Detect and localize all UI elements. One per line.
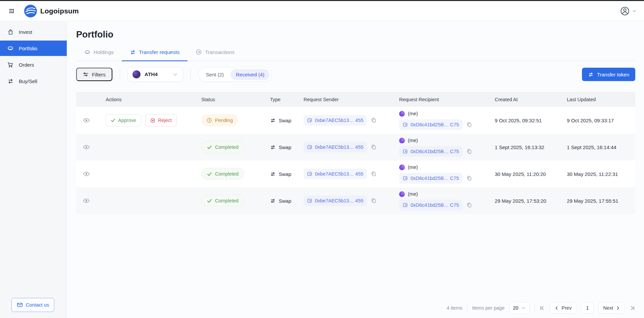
copy-icon[interactable]: [371, 144, 376, 150]
copy-icon[interactable]: [467, 176, 472, 181]
sidebar: Invest Portfolio Orders Buy/Sell: [0, 21, 67, 318]
sender-address-chip[interactable]: 0xbe7AEC5b13… 455: [304, 195, 367, 206]
swap-type-icon: [270, 118, 276, 123]
status-label: Completed: [215, 198, 238, 203]
divider: [191, 69, 191, 80]
view-details-eye-icon[interactable]: [83, 118, 90, 123]
created-at: 29 May 2025, 17:53:20: [490, 198, 562, 204]
token-select[interactable]: ATH4: [127, 67, 183, 82]
check-icon: [207, 199, 212, 203]
column-request-sender: Request Sender: [299, 97, 394, 102]
status-label: Completed: [215, 144, 238, 150]
sidebar-item-buy-sell[interactable]: Buy/Sell: [0, 73, 67, 89]
recipient-address-chip[interactable]: 0xD6c41bd25B… C75: [399, 173, 463, 184]
copy-icon[interactable]: [371, 171, 376, 177]
tab-transfer-requests[interactable]: Transfer requests: [122, 45, 187, 61]
first-page-icon[interactable]: [539, 305, 545, 311]
sidebar-collapse-icon[interactable]: [7, 6, 17, 16]
transfer-requests-table: Actions Status Type Request Sender Reque…: [76, 92, 635, 214]
status-label: Pending: [215, 118, 233, 123]
copy-icon[interactable]: [467, 122, 472, 127]
tab-label: Transfer requests: [139, 49, 179, 55]
sender-address-chip[interactable]: 0xbe7AEC5b13… 455: [304, 169, 367, 179]
cart-icon: [7, 61, 14, 68]
sender-address: 0xbe7AEC5b13… 455: [315, 118, 363, 123]
column-status: Status: [196, 97, 265, 102]
filter-icon: [83, 72, 89, 77]
page-title: Portfolio: [76, 29, 635, 40]
sender-address-chip[interactable]: 0xbe7AEC5b13… 455: [304, 142, 367, 152]
sidebar-item-label: Portfolio: [19, 46, 37, 51]
brand-logo-icon: [24, 5, 37, 17]
sidebar-item-orders[interactable]: Orders: [0, 57, 67, 72]
check-icon: [207, 145, 212, 149]
last-page-icon[interactable]: [630, 305, 635, 311]
view-details-eye-icon[interactable]: [83, 198, 90, 203]
recipient-address: 0xD6c41bd25B… C75: [411, 149, 459, 154]
main-content: Portfolio Holdings Transfer requests: [67, 21, 644, 318]
tab-holdings[interactable]: Holdings: [76, 45, 122, 61]
page-size-select[interactable]: 20: [509, 302, 530, 314]
table-row: Approve Reject Pending Swap: [76, 107, 635, 134]
user-avatar-icon[interactable]: [620, 6, 630, 16]
recipient-me-label: (me): [408, 191, 418, 197]
segment-sent[interactable]: Sent (2): [201, 69, 229, 80]
column-type: Type: [265, 97, 299, 102]
created-at: 9 Oct 2025, 09:32:51: [490, 118, 562, 123]
type-label: Swap: [279, 118, 291, 123]
table-row: Completed Swap 0xbe7AEC5b13… 455 (me): [76, 134, 635, 161]
recipient-me-label: (me): [408, 111, 418, 116]
copy-icon[interactable]: [467, 149, 472, 154]
page-size-value: 20: [513, 305, 518, 311]
reject-button[interactable]: Reject: [145, 114, 177, 126]
column-actions: Actions: [101, 97, 196, 102]
brand-logo[interactable]: Logoipsum: [24, 5, 79, 17]
current-page-indicator: 1: [581, 302, 594, 314]
tab-bar: Holdings Transfer requests Transactions: [76, 45, 635, 61]
swap-type-icon: [270, 145, 276, 149]
view-details-eye-icon[interactable]: [83, 171, 90, 177]
transfer-token-button[interactable]: Transfer token: [582, 68, 635, 81]
recipient-avatar: [399, 111, 405, 117]
recipient-me-label: (me): [408, 165, 418, 170]
recipient-address-chip[interactable]: 0xD6c41bd25B… C75: [399, 146, 463, 157]
approve-button[interactable]: Approve: [106, 114, 141, 126]
transfer-token-label: Transfer token: [597, 72, 629, 77]
column-request-recipient: Request Recipient: [394, 97, 490, 102]
divider: [467, 304, 467, 312]
check-icon: [207, 172, 212, 176]
filters-button[interactable]: Filters: [76, 68, 112, 81]
tab-label: Transactions: [205, 49, 234, 55]
sidebar-item-invest[interactable]: Invest: [0, 24, 67, 40]
recipient-avatar: [399, 191, 405, 197]
contact-us-button[interactable]: Contact us: [11, 298, 54, 312]
recipient-address-chip[interactable]: 0xD6c41bd25B… C75: [399, 119, 463, 130]
tab-label: Holdings: [94, 49, 114, 55]
sender-address-chip[interactable]: 0xbe7AEC5b13… 455: [304, 115, 367, 126]
status-badge: Completed: [201, 168, 244, 180]
copy-icon[interactable]: [371, 198, 376, 203]
brand-name: Logoipsum: [40, 7, 79, 15]
view-details-eye-icon[interactable]: [83, 144, 90, 150]
contact-us-label: Contact us: [26, 302, 49, 308]
circular-arrow-icon: [196, 49, 202, 55]
table-header-row: Actions Status Type Request Sender Reque…: [76, 92, 635, 107]
user-menu-chevron-down-icon[interactable]: [632, 9, 637, 13]
segment-received[interactable]: Received (4): [230, 69, 270, 80]
swap-arrows-icon: [130, 50, 136, 55]
copy-icon[interactable]: [371, 118, 376, 123]
next-page-button[interactable]: Next: [598, 302, 625, 314]
divider: [120, 69, 120, 80]
token-select-value: ATH4: [145, 71, 168, 77]
table-row: Completed Swap 0xbe7AEC5b13… 455 (me): [76, 187, 635, 214]
sent-received-toggle: Sent (2) Received (4): [198, 67, 272, 82]
created-at: 1 Sept 2025, 16:13:32: [490, 144, 562, 150]
sidebar-item-portfolio[interactable]: Portfolio: [0, 41, 67, 56]
prev-page-button[interactable]: Prev: [550, 302, 576, 314]
tab-transactions[interactable]: Transactions: [187, 45, 243, 61]
recipient-address: 0xD6c41bd25B… C75: [411, 176, 459, 181]
copy-icon[interactable]: [467, 202, 472, 208]
filters-label: Filters: [92, 72, 106, 77]
sender-address: 0xbe7AEC5b13… 455: [315, 198, 363, 203]
recipient-address-chip[interactable]: 0xD6c41bd25B… C75: [399, 200, 463, 210]
